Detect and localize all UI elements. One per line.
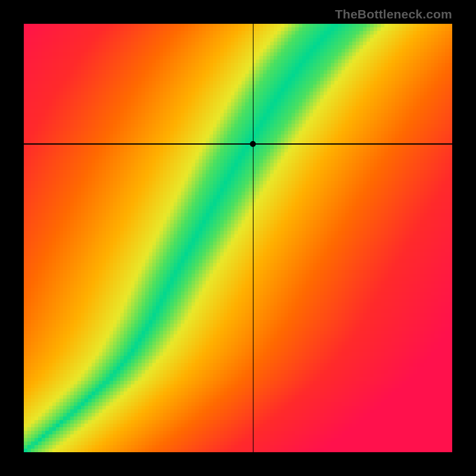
plot-area — [24, 24, 452, 452]
chart-frame: TheBottleneck.com — [0, 0, 476, 476]
heatmap-canvas — [24, 24, 452, 452]
watermark-text: TheBottleneck.com — [335, 7, 452, 21]
